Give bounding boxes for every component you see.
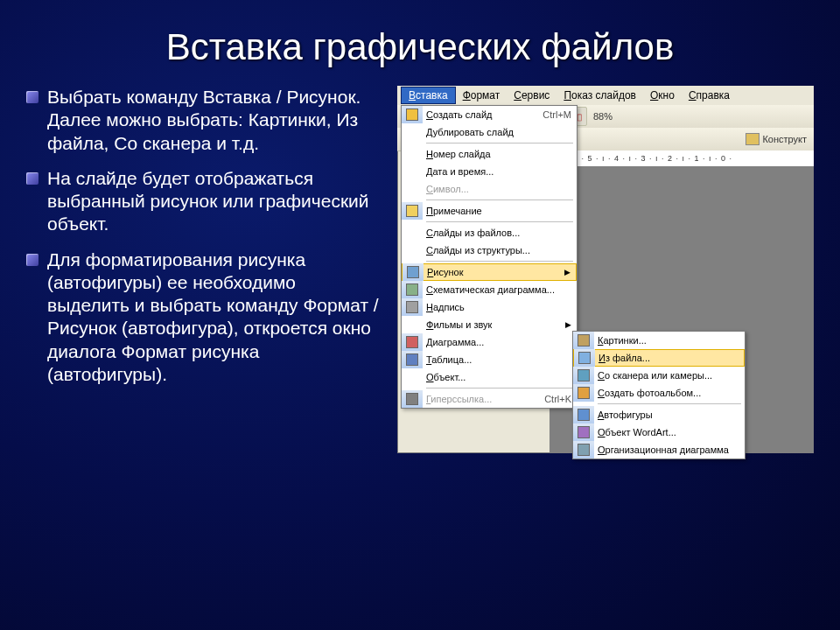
table-icon bbox=[402, 351, 423, 368]
menubar: ВставкаФорматСервисПоказ слайдовОкноСпра… bbox=[397, 86, 814, 106]
bullet-icon bbox=[26, 254, 38, 266]
menu-item[interactable]: Схематическая диаграмма... bbox=[402, 281, 577, 298]
blank-icon bbox=[402, 180, 423, 198]
note-icon bbox=[402, 202, 423, 220]
menu-item[interactable]: Дата и время... bbox=[402, 163, 577, 180]
menu-item[interactable]: Надпись bbox=[402, 298, 577, 316]
bullet-icon bbox=[26, 172, 38, 185]
menu-item[interactable]: Автофигуры bbox=[573, 406, 745, 424]
blank-icon bbox=[402, 316, 423, 333]
menu-item[interactable]: Гиперссылка...Ctrl+K bbox=[402, 390, 577, 408]
menu-item[interactable]: Из файла... bbox=[573, 349, 745, 367]
menubar-item[interactable]: Вставка bbox=[401, 87, 456, 104]
slide-title: Вставка графических файлов bbox=[0, 0, 840, 68]
designer-icon bbox=[746, 133, 760, 145]
menu-item[interactable]: Слайды из файлов... bbox=[402, 224, 577, 242]
submenu-arrow-icon: ▶ bbox=[565, 320, 571, 329]
bullet-item: Выбрать команду Вставка / Рисунок. Далее… bbox=[26, 86, 380, 155]
menubar-item[interactable]: Показ слайдов bbox=[556, 88, 643, 103]
scan-icon bbox=[573, 367, 594, 384]
menu-item[interactable]: Слайды из структуры... bbox=[402, 242, 577, 259]
bullet-icon bbox=[26, 91, 38, 103]
menubar-item[interactable]: Окно bbox=[643, 88, 682, 103]
picture-submenu-dropdown: Картинки...Из файла...Со сканера или кам… bbox=[572, 331, 746, 459]
menubar-item[interactable]: Сервис bbox=[507, 88, 556, 103]
clip-icon bbox=[573, 332, 594, 349]
menu-item[interactable]: Объект... bbox=[402, 368, 577, 386]
bullet-list: Выбрать команду Вставка / Рисунок. Далее… bbox=[26, 86, 380, 453]
menu-item[interactable]: Картинки... bbox=[573, 332, 745, 349]
album-icon bbox=[573, 384, 594, 402]
pic-icon bbox=[402, 263, 424, 281]
zoom-level[interactable]: 88% bbox=[593, 111, 612, 122]
chart-icon bbox=[402, 333, 423, 351]
diag-icon bbox=[402, 281, 423, 298]
blank-icon bbox=[402, 368, 423, 386]
horizontal-ruler: · 6 · ı · 5 · ı · 4 · ı · 3 · ı · 2 · ı … bbox=[550, 150, 814, 167]
blank-icon bbox=[402, 242, 423, 259]
menu-item[interactable]: Символ... bbox=[402, 180, 577, 198]
text-icon bbox=[402, 298, 423, 316]
menubar-item[interactable]: Справка bbox=[682, 88, 737, 103]
screenshot-insert-menu: ВставкаФорматСервисПоказ слайдовОкноСпра… bbox=[397, 86, 814, 453]
menu-item[interactable]: Создать слайдCtrl+M bbox=[402, 106, 577, 123]
link-icon bbox=[402, 390, 423, 408]
designer-button[interactable]: Конструкт bbox=[746, 133, 807, 145]
blank-icon bbox=[402, 145, 423, 163]
bullet-item: На слайде будет отображаться выбранный р… bbox=[26, 167, 380, 236]
menu-item[interactable]: Дублировать слайд bbox=[402, 123, 577, 141]
menu-item[interactable]: Организационная диаграмма bbox=[573, 441, 745, 458]
menubar-item[interactable]: Формат bbox=[456, 88, 508, 103]
bullet-item: Для форматирования рисунка (автофигуры) … bbox=[26, 248, 380, 387]
menu-item[interactable]: Примечание bbox=[402, 202, 577, 220]
insert-menu-dropdown: Создать слайдCtrl+MДублировать слайдНоме… bbox=[401, 105, 578, 409]
menu-item[interactable]: Диаграмма... bbox=[402, 333, 577, 351]
shapes-icon bbox=[573, 406, 594, 424]
slide-icon bbox=[402, 106, 423, 123]
blank-icon bbox=[402, 123, 423, 141]
menu-item[interactable]: Объект WordArt... bbox=[573, 424, 745, 441]
menu-item[interactable]: Создать фотоальбом... bbox=[573, 384, 745, 402]
menu-item[interactable]: Номер слайда bbox=[402, 145, 577, 163]
file-icon bbox=[574, 349, 595, 367]
submenu-arrow-icon: ▶ bbox=[564, 268, 570, 276]
menu-item[interactable]: Фильмы и звук▶ bbox=[402, 316, 577, 333]
blank-icon bbox=[402, 163, 423, 180]
menu-item[interactable]: Со сканера или камеры... bbox=[573, 367, 745, 384]
blank-icon bbox=[402, 224, 423, 242]
menu-item[interactable]: Рисунок▶ bbox=[402, 263, 577, 281]
menu-item[interactable]: Таблица... bbox=[402, 351, 577, 368]
wordart-icon bbox=[573, 424, 594, 441]
org-icon bbox=[573, 441, 594, 458]
